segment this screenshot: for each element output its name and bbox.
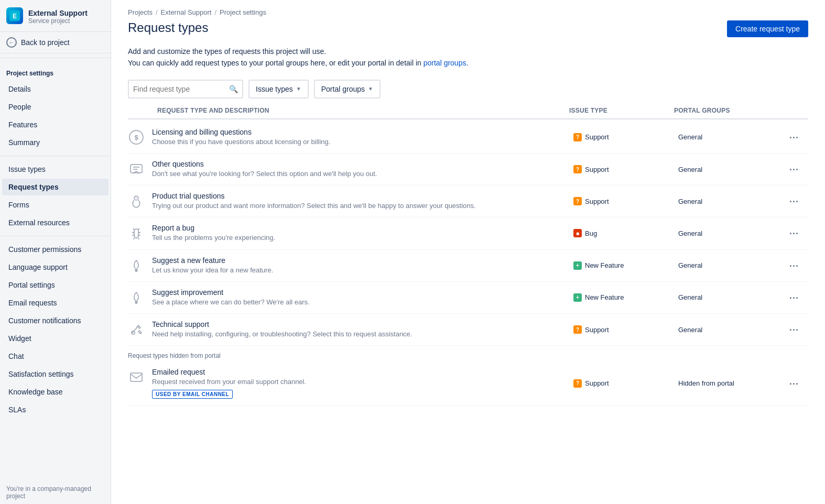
project-name: External Support [28,9,88,18]
issue-types-dropdown[interactable]: Issue types ▼ [248,80,309,98]
licensing-icon: $ [128,129,145,146]
request-info-improvement: Suggest improvement See a place where we… [152,288,310,307]
sidebar-item-details[interactable]: Details [2,81,108,97]
more-button-emailed[interactable]: ⋯ [783,376,804,391]
sidebar-item-forms[interactable]: Forms [2,196,108,213]
request-main-emailed: Emailed request Request received from yo… [128,368,573,399]
svg-point-7 [134,196,138,200]
more-button-other[interactable]: ⋯ [783,161,804,177]
sidebar-item-customer-permissions[interactable]: Customer permissions [2,241,108,258]
table-row: Other questions Don't see what you're lo… [128,154,808,185]
support-icon-2: ? [573,325,582,334]
description-line2: You can quickly add request types to you… [128,57,808,69]
main-content: Projects / External Support / Project se… [111,0,825,504]
portal-group-technical: General [678,326,783,334]
request-name-improvement[interactable]: Suggest improvement [152,288,310,297]
more-button-product-trial[interactable]: ⋯ [783,193,804,209]
sidebar-divider-1 [0,58,111,58]
svg-text:E: E [13,13,17,20]
search-input[interactable] [133,85,229,93]
sidebar-item-knowledge-base[interactable]: Knowledge base [2,384,108,400]
sidebar-item-widget[interactable]: Widget [2,330,108,347]
project-icon: E [6,7,23,24]
request-main-improvement: Suggest improvement See a place where we… [128,288,573,307]
request-desc-bug: Tell us the problems you're experiencing… [152,233,275,243]
sidebar-item-features[interactable]: Features [2,116,108,133]
bug-icon [128,225,145,242]
request-info-feature: Suggest a new feature Let us know your i… [152,256,273,275]
table-row: Report a bug Tell us the problems you're… [128,217,808,249]
request-main-bug: Report a bug Tell us the problems you're… [128,224,573,243]
portal-group-improvement: General [678,293,783,301]
portal-groups-link[interactable]: portal groups [424,59,466,67]
sidebar-item-email-requests[interactable]: Email requests [2,294,108,311]
feature-type-icon: + [573,261,582,270]
create-request-type-button[interactable]: Create request type [727,20,808,37]
sidebar-item-customer-notifications[interactable]: Customer notifications [2,312,108,329]
svg-line-14 [134,238,134,239]
request-name-emailed[interactable]: Emailed request [152,368,306,376]
request-desc-other: Don't see what you're looking for? Selec… [152,169,377,179]
sidebar-item-people[interactable]: People [2,98,108,115]
sidebar-item-summary[interactable]: Summary [2,134,108,151]
portal-groups-dropdown[interactable]: Portal groups ▼ [314,80,381,98]
sidebar-footer: You're in a company-managed project [0,481,111,504]
request-rows-visible: $ Licensing and billing questions Choose… [128,122,808,346]
table-row: Emailed request Request received from yo… [128,361,808,406]
back-to-project[interactable]: ← Back to project [0,32,111,53]
sidebar-divider-3 [0,236,111,236]
page-title: Request types [128,20,208,35]
breadcrumb-external-support[interactable]: External Support [161,8,212,16]
issue-type-bug: ■ Bug [573,229,678,237]
sidebar-item-slas[interactable]: SLAs [2,401,108,418]
chevron-down-icon: ▼ [296,86,301,92]
more-button-feature[interactable]: ⋯ [783,258,804,273]
request-info-licensing: Licensing and billing questions Choose t… [152,128,330,147]
sidebar-item-language-support[interactable]: Language support [2,259,108,276]
description-post: . [466,59,468,67]
description-line1: Add and customize the types of requests … [128,46,808,57]
other-icon [128,161,145,178]
request-info-product-trial: Product trial questions Trying out our p… [152,192,476,211]
issue-type-improvement: + New Feature [573,293,678,302]
col-request-type: Request type and description [157,107,569,114]
sidebar-divider-2 [0,156,111,156]
more-button-licensing[interactable]: ⋯ [783,129,804,145]
sidebar-item-satisfaction-settings[interactable]: Satisfaction settings [2,366,108,382]
sidebar-item-external-resources[interactable]: External resources [2,214,108,231]
request-name-bug[interactable]: Report a bug [152,224,275,232]
sidebar-item-request-types[interactable]: Request types [2,179,108,195]
request-name-feature[interactable]: Suggest a new feature [152,256,273,265]
request-name-other[interactable]: Other questions [152,160,377,168]
page-header: Request types Create request type [128,20,808,37]
breadcrumb-sep-1: / [156,8,158,16]
page-description: Add and customize the types of requests … [128,46,808,69]
request-info-other: Other questions Don't see what you're lo… [152,160,377,179]
more-button-technical[interactable]: ⋯ [783,322,804,337]
breadcrumb: Projects / External Support / Project se… [128,0,808,20]
portal-group-bug: General [678,229,783,237]
col-portal-groups: Portal groups [674,107,779,114]
improvement-icon [128,289,145,306]
request-name-technical[interactable]: Technical support [152,320,412,328]
sidebar-item-chat[interactable]: Chat [2,348,108,365]
request-rows-hidden: Emailed request Request received from yo… [128,361,808,406]
sidebar-item-issue-types[interactable]: Issue types [2,161,108,178]
svg-line-12 [133,228,134,230]
emailed-icon [128,369,145,386]
request-name-licensing[interactable]: Licensing and billing questions [152,128,330,136]
more-button-improvement[interactable]: ⋯ [783,290,804,305]
settings-title: Project settings [0,62,111,80]
more-button-bug[interactable]: ⋯ [783,225,804,241]
portal-groups-label: Portal groups [321,85,365,93]
sidebar-item-portal-settings[interactable]: Portal settings [2,277,108,293]
request-main-other: Other questions Don't see what you're lo… [128,160,573,179]
issue-type-licensing: ? Support [573,133,678,141]
breadcrumb-sep-2: / [214,8,216,16]
breadcrumb-projects[interactable]: Projects [128,8,153,16]
breadcrumb-project-settings[interactable]: Project settings [220,8,266,16]
issue-type-other: ? Support [573,165,678,173]
portal-group-licensing: General [678,133,783,141]
feature-type-icon-2: + [573,293,582,302]
request-name-product-trial[interactable]: Product trial questions [152,192,476,200]
